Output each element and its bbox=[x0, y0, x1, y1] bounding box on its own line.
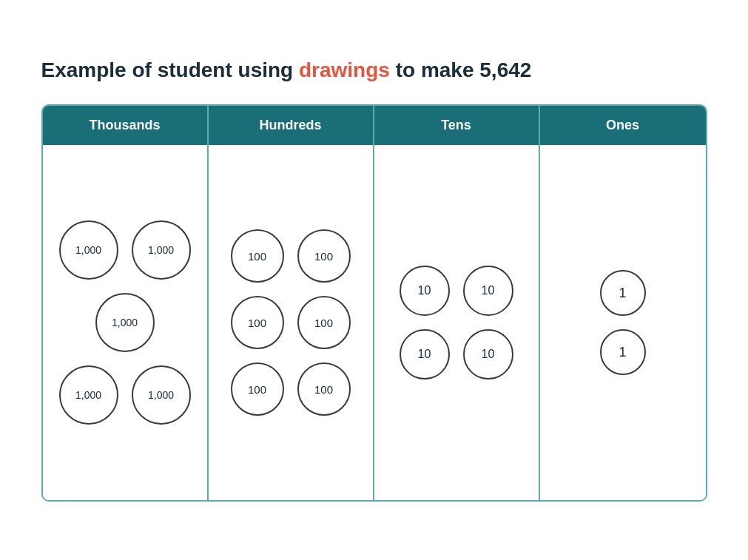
circle-100-5: 100 bbox=[231, 362, 284, 416]
thousands-row3: 1,000 1,000 bbox=[59, 365, 191, 425]
circle-100-2: 100 bbox=[297, 229, 351, 283]
thousands-row2: 1,000 bbox=[95, 293, 155, 352]
table-header: Thousands Hundreds Tens Ones bbox=[43, 106, 706, 145]
title-part1: Example of student using bbox=[41, 58, 299, 81]
circle-100-4: 100 bbox=[297, 296, 351, 349]
circle-1000-5: 1,000 bbox=[132, 365, 191, 425]
cell-thousands: 1,000 1,000 1,000 1,000 1,000 bbox=[43, 145, 209, 500]
header-tens: Tens bbox=[374, 106, 540, 145]
circle-1000-4: 1,000 bbox=[59, 365, 118, 425]
hundreds-row3: 100 100 bbox=[231, 362, 351, 416]
place-value-table: Thousands Hundreds Tens Ones 1,000 1,000… bbox=[41, 104, 707, 502]
table-body: 1,000 1,000 1,000 1,000 1,000 100 bbox=[43, 145, 706, 500]
thousands-row1: 1,000 1,000 bbox=[59, 220, 191, 280]
circle-1000-2: 1,000 bbox=[132, 220, 191, 280]
ones-row1: 1 bbox=[600, 270, 646, 316]
page-title: Example of student using drawings to mak… bbox=[41, 58, 707, 82]
hundreds-row2: 100 100 bbox=[231, 296, 351, 349]
circle-1000-1: 1,000 bbox=[59, 220, 118, 280]
tens-row2: 10 10 bbox=[400, 329, 513, 379]
circle-1-2: 1 bbox=[600, 329, 646, 375]
ones-circles: 1 1 bbox=[555, 270, 691, 375]
circle-100-6: 100 bbox=[297, 362, 351, 416]
tens-row1: 10 10 bbox=[400, 266, 513, 316]
title-highlight: drawings bbox=[299, 58, 390, 81]
circle-1-1: 1 bbox=[600, 270, 646, 316]
thousands-circles: 1,000 1,000 1,000 1,000 1,000 bbox=[58, 220, 192, 425]
circle-1000-3: 1,000 bbox=[95, 293, 155, 352]
circle-100-1: 100 bbox=[231, 229, 284, 283]
ones-row2: 1 bbox=[600, 329, 646, 375]
circle-10-3: 10 bbox=[400, 329, 450, 379]
header-thousands: Thousands bbox=[43, 106, 209, 145]
hundreds-row1: 100 100 bbox=[231, 229, 351, 283]
circle-10-4: 10 bbox=[463, 329, 513, 379]
cell-hundreds: 100 100 100 100 100 100 bbox=[209, 145, 374, 500]
cell-ones: 1 1 bbox=[540, 145, 706, 500]
header-hundreds: Hundreds bbox=[209, 106, 374, 145]
circle-10-1: 10 bbox=[400, 266, 450, 316]
hundreds-circles: 100 100 100 100 100 100 bbox=[223, 229, 358, 416]
header-ones: Ones bbox=[540, 106, 706, 145]
circle-10-2: 10 bbox=[463, 266, 513, 316]
tens-circles: 10 10 10 10 bbox=[389, 266, 524, 379]
cell-tens: 10 10 10 10 bbox=[374, 145, 540, 500]
page-wrapper: Example of student using drawings to mak… bbox=[19, 29, 730, 531]
title-part2: to make 5,642 bbox=[390, 58, 531, 81]
circle-100-3: 100 bbox=[231, 296, 284, 349]
